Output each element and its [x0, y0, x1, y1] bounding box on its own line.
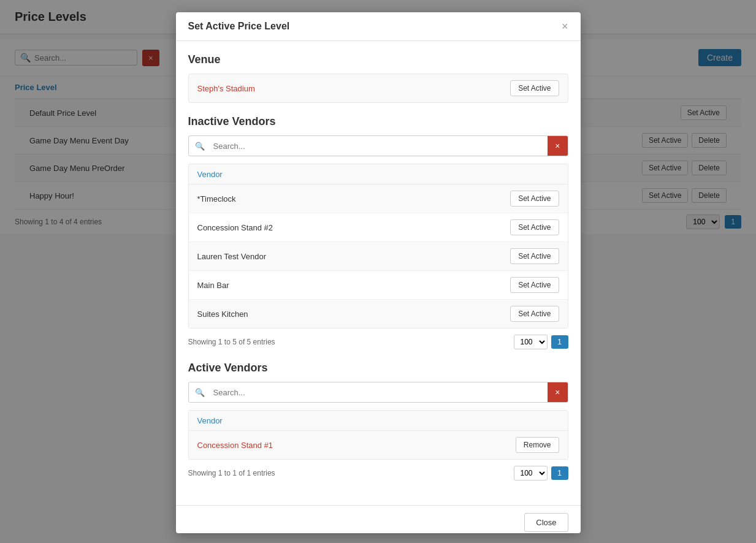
- active-search-icon: 🔍: [189, 383, 211, 402]
- modal: Set Active Price Level × Venue Steph's S…: [176, 12, 581, 533]
- modal-header: Set Active Price Level ×: [176, 12, 581, 41]
- active-per-page-select[interactable]: 100: [514, 466, 548, 480]
- inactive-per-page-select[interactable]: 100: [514, 335, 548, 349]
- inactive-pagination: Showing 1 to 5 of 5 entries 100 1: [188, 335, 568, 349]
- vendor-name: Main Bar: [197, 281, 229, 290]
- inactive-vendor-header: Vendor: [189, 164, 568, 184]
- set-active-button[interactable]: Set Active: [510, 191, 559, 207]
- list-item: Concession Stand #1 Remove: [189, 431, 568, 459]
- active-vendor-table: Vendor Concession Stand #1 Remove: [188, 410, 568, 460]
- active-vendors-section: Active Vendors 🔍 × Vendor Concession Sta…: [188, 362, 568, 480]
- vendor-name: Lauren Test Vendor: [197, 252, 267, 261]
- vendor-name: Concession Stand #1: [197, 441, 273, 450]
- set-active-button[interactable]: Set Active: [510, 277, 559, 293]
- active-vendor-header: Vendor: [189, 411, 568, 431]
- list-item: Suites Kitchen Set Active: [189, 300, 568, 328]
- active-search-bar: 🔍 ×: [188, 382, 568, 403]
- vendor-name: Concession Stand #2: [197, 223, 273, 232]
- active-pagination: Showing 1 to 1 of 1 entries 100 1: [188, 466, 568, 480]
- list-item: Main Bar Set Active: [189, 271, 568, 300]
- venue-section-title: Venue: [188, 53, 568, 66]
- active-clear-button[interactable]: ×: [548, 382, 567, 402]
- close-modal-button[interactable]: Close: [524, 513, 568, 532]
- modal-title: Set Active Price Level: [188, 21, 290, 32]
- inactive-page-1-button[interactable]: 1: [551, 335, 568, 349]
- set-active-button[interactable]: Set Active: [510, 219, 559, 235]
- modal-footer: Close: [176, 505, 581, 533]
- vendor-name: Suites Kitchen: [197, 309, 248, 319]
- inactive-vendor-table: Vendor *Timeclock Set Active Concession …: [188, 164, 568, 328]
- active-vendors-title: Active Vendors: [188, 362, 568, 374]
- inactive-search-input[interactable]: [211, 137, 548, 156]
- list-item: Concession Stand #2 Set Active: [189, 213, 568, 242]
- set-active-button[interactable]: Set Active: [510, 306, 559, 322]
- remove-vendor-button[interactable]: Remove: [516, 437, 559, 453]
- venue-row: Steph's Stadium Set Active: [188, 74, 568, 103]
- venue-set-active-button[interactable]: Set Active: [510, 80, 559, 96]
- modal-body: Venue Steph's Stadium Set Active Inactiv…: [176, 41, 581, 505]
- inactive-showing-label: Showing 1 to 5 of 5 entries: [188, 338, 275, 346]
- active-page-1-button[interactable]: 1: [551, 466, 568, 480]
- inactive-vendors-section: Inactive Vendors 🔍 × Vendor *Timeclock S…: [188, 115, 568, 349]
- vendor-name: *Timeclock: [197, 194, 236, 203]
- inactive-clear-button[interactable]: ×: [548, 136, 567, 156]
- active-search-input[interactable]: [211, 383, 548, 402]
- inactive-search-icon: 🔍: [189, 137, 211, 156]
- list-item: Lauren Test Vendor Set Active: [189, 242, 568, 271]
- venue-section: Venue Steph's Stadium Set Active: [188, 53, 568, 103]
- set-active-button[interactable]: Set Active: [510, 248, 559, 264]
- inactive-search-bar: 🔍 ×: [188, 135, 568, 156]
- venue-name: Steph's Stadium: [197, 84, 255, 93]
- inactive-vendors-title: Inactive Vendors: [188, 115, 568, 128]
- list-item: *Timeclock Set Active: [189, 184, 568, 213]
- modal-close-button[interactable]: ×: [562, 21, 568, 32]
- active-showing-label: Showing 1 to 1 of 1 entries: [188, 469, 275, 477]
